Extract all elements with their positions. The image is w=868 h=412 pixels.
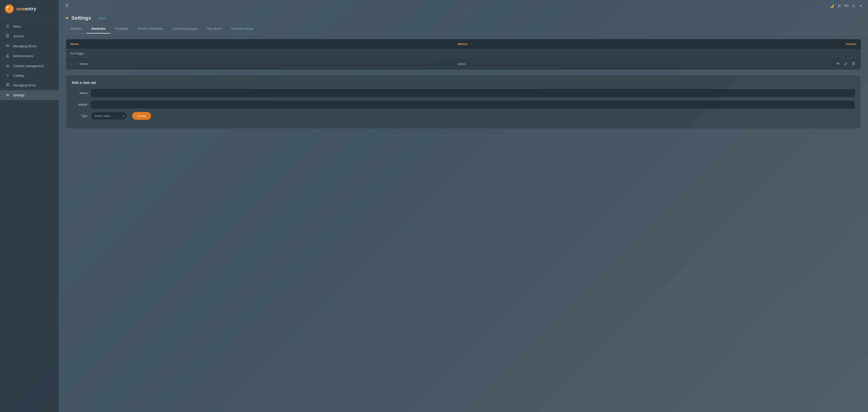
svg-rect-12	[6, 55, 7, 56]
attributes-table: Name Marker Actions For Pages ↕ Home hom…	[66, 39, 861, 70]
menu-icon: ☰	[5, 24, 10, 29]
svg-rect-13	[6, 83, 9, 86]
sidebar-item-label: Content management	[13, 64, 43, 68]
svg-rect-15	[7, 85, 8, 86]
settings-icon[interactable]: ⊙	[852, 4, 855, 8]
name-row: Name	[72, 89, 855, 97]
grid-icon[interactable]: ⊞	[838, 4, 841, 8]
tab-modules[interactable]: Modules	[66, 24, 87, 33]
tab-app-tokens[interactable]: App tokens	[202, 24, 227, 33]
svg-rect-14	[7, 84, 8, 85]
topbar: ☰ 🌙 ⊞ EN ⊙ ⇥	[59, 0, 868, 11]
sidebar-item-administrators[interactable]: Administrators	[0, 51, 59, 61]
edit-button[interactable]	[843, 61, 848, 67]
svg-rect-9	[8, 45, 9, 47]
marker-label: Marker	[72, 103, 88, 106]
moon-icon[interactable]: 🌙	[830, 4, 834, 8]
dot-indicator	[66, 17, 68, 19]
add-form-card: Add a new set Name Marker Type Select va…	[66, 75, 861, 129]
logout-icon[interactable]: ⇥	[859, 4, 862, 8]
sidebar-item-content-management[interactable]: ⊞ Content management	[0, 61, 59, 71]
col-actions: Actions	[845, 42, 856, 46]
page-title: Settings	[71, 15, 91, 21]
logo-text: oneentry	[16, 6, 36, 11]
type-select-wrapper: Select value	[91, 112, 127, 120]
type-label: Type	[72, 114, 88, 118]
page-header: Settings ← Back	[59, 11, 868, 22]
sidebar-item-label: Menu	[13, 25, 21, 28]
content-area: Name Marker Actions For Pages ↕ Home hom…	[59, 34, 868, 412]
sidebar-item-settings[interactable]: ⚙ Settings	[0, 90, 59, 100]
sidebar-item-journal[interactable]: Journal	[0, 31, 59, 41]
app-container: oneentry ☰ Menu Journal	[0, 0, 868, 412]
sidebar: oneentry ☰ Menu Journal	[0, 0, 59, 412]
marker-row: Marker	[72, 100, 855, 109]
table-row: ↕ Home home	[66, 58, 861, 70]
type-row: Type Select value Create	[72, 112, 855, 120]
lang-label[interactable]: EN	[844, 4, 848, 7]
col-marker: Marker	[458, 42, 845, 46]
sidebar-item-label: Catalog	[13, 74, 24, 77]
svg-point-3	[7, 6, 8, 8]
hamburger-icon[interactable]: ☰	[65, 3, 69, 8]
sidebar-item-label: Administrators	[13, 54, 33, 58]
delete-button[interactable]	[851, 61, 856, 67]
sidebar-item-managing-blocks[interactable]: Managing blocks	[0, 41, 59, 51]
back-link[interactable]: ← Back	[95, 17, 105, 20]
sidebar-item-managing-forms[interactable]: Managing forms	[0, 80, 59, 90]
col-name: Name	[70, 42, 458, 46]
view-button[interactable]	[835, 61, 841, 67]
forms-icon	[5, 83, 10, 88]
tabs-bar: Modules Attributes Templates Preview Tem…	[59, 24, 868, 34]
type-select[interactable]: Select value	[91, 112, 127, 120]
row-marker: home	[458, 62, 835, 66]
content-icon: ⊞	[5, 64, 10, 68]
admin-icon	[5, 54, 10, 58]
tab-attributes[interactable]: Attributes	[87, 24, 110, 33]
tab-preview-templates[interactable]: Preview Templates	[133, 24, 167, 33]
page-title-row: Settings ← Back	[66, 15, 861, 21]
table-header: Name Marker Actions	[66, 39, 861, 49]
sidebar-item-catalog[interactable]: ≡ Catalog	[0, 71, 59, 80]
sidebar-item-menu[interactable]: ☰ Menu	[0, 22, 59, 31]
logo-icon	[4, 4, 14, 13]
topbar-left: ☰	[65, 3, 69, 8]
topbar-right: 🌙 ⊞ EN ⊙ ⇥	[830, 4, 862, 8]
svg-point-10	[7, 54, 8, 56]
row-name: Home	[80, 62, 458, 66]
blocks-icon	[5, 44, 10, 49]
drag-icon[interactable]: ↕	[70, 62, 80, 66]
tab-content-languages[interactable]: Content languages	[167, 24, 202, 33]
name-label: Name	[72, 91, 88, 95]
svg-rect-18	[852, 63, 855, 65]
journal-icon	[5, 34, 10, 38]
tab-general-settings[interactable]: General settings	[226, 24, 258, 33]
main-content: ☰ 🌙 ⊞ EN ⊙ ⇥ Settings ← Back Modules Att…	[59, 0, 868, 412]
row-actions	[835, 61, 856, 67]
sidebar-item-label: Settings	[13, 93, 25, 97]
name-input[interactable]	[91, 89, 855, 97]
tab-templates[interactable]: Templates	[110, 24, 133, 33]
svg-rect-8	[6, 45, 7, 47]
catalog-icon: ≡	[5, 73, 10, 78]
marker-input[interactable]	[91, 100, 855, 109]
sidebar-item-label: Journal	[13, 34, 24, 38]
create-button[interactable]: Create	[132, 112, 151, 120]
settings-icon: ⚙	[5, 93, 10, 97]
svg-line-17	[846, 63, 847, 63]
nav: ☰ Menu Journal	[0, 18, 59, 412]
sidebar-item-label: Managing blocks	[13, 44, 37, 48]
sidebar-item-label: Managing forms	[13, 83, 36, 87]
section-for-pages: For Pages	[66, 49, 861, 58]
form-title: Add a new set	[72, 81, 855, 85]
svg-point-16	[838, 63, 839, 64]
logo-area: oneentry	[0, 0, 59, 18]
